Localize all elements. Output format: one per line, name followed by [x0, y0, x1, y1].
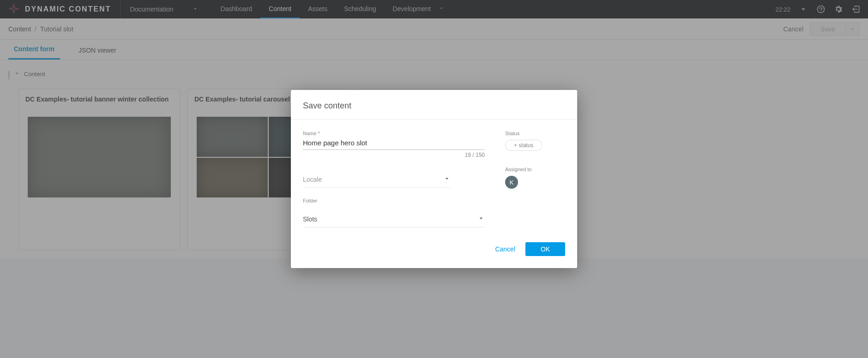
- modal-cancel-button[interactable]: Cancel: [495, 245, 515, 253]
- name-counter: 19 / 150: [303, 152, 485, 158]
- folder-value: Slots: [303, 215, 317, 223]
- modal-overlay: Save content Name * 19 / 150 Locale Fold…: [0, 0, 868, 358]
- chevron-down-icon: [443, 175, 451, 184]
- name-label: Name *: [303, 131, 485, 136]
- save-content-modal: Save content Name * 19 / 150 Locale Fold…: [291, 90, 577, 268]
- locale-select[interactable]: Locale: [303, 171, 451, 188]
- modal-ok-button[interactable]: OK: [525, 242, 565, 256]
- modal-body: Name * 19 / 150 Locale Folder Slots: [291, 119, 577, 229]
- chevron-down-icon: [477, 215, 485, 223]
- assigned-label: Assigned to: [505, 167, 565, 172]
- add-status-button[interactable]: + status: [505, 140, 542, 151]
- folder-select[interactable]: Slots: [303, 211, 485, 227]
- status-label: Status: [505, 131, 565, 136]
- folder-label: Folder: [303, 198, 485, 203]
- modal-footer: Cancel OK: [291, 229, 577, 256]
- name-input[interactable]: [303, 136, 485, 150]
- modal-left-column: Name * 19 / 150 Locale Folder Slots: [303, 131, 485, 227]
- modal-right-column: Status + status Assigned to K: [505, 131, 565, 227]
- assignee-avatar[interactable]: K: [505, 176, 518, 189]
- locale-select-label: Locale: [303, 176, 322, 183]
- modal-title: Save content: [291, 90, 577, 119]
